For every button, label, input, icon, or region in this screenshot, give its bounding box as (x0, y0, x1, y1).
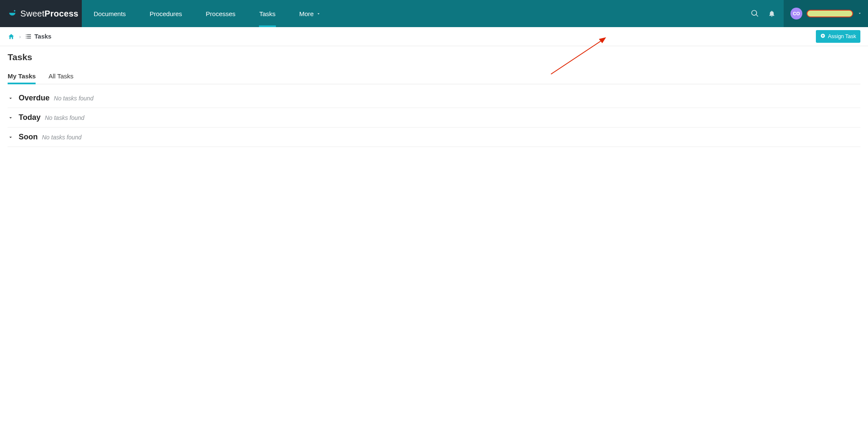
chevron-down-icon (8, 95, 14, 101)
nav-links: Documents Procedures Processes Tasks Mor… (82, 0, 333, 27)
section-empty-text: No tasks found (54, 95, 93, 102)
nav-right: CO (746, 0, 868, 27)
chevron-down-icon (8, 115, 14, 121)
section-title: Today (19, 113, 41, 122)
breadcrumb-current: Tasks (34, 33, 51, 40)
section-title: Soon (19, 133, 38, 141)
user-menu[interactable]: CO (784, 0, 868, 27)
breadcrumb: › Tasks Assign Task (0, 27, 868, 46)
tab-all-tasks[interactable]: All Tasks (48, 70, 73, 84)
nav-tasks[interactable]: Tasks (248, 0, 287, 27)
breadcrumb-separator: › (19, 33, 21, 40)
tab-my-tasks[interactable]: My Tasks (8, 70, 36, 84)
search-icon[interactable] (746, 5, 763, 22)
user-name-redacted (807, 10, 853, 17)
logo-icon (8, 9, 17, 18)
avatar: CO (790, 8, 802, 19)
bell-icon[interactable] (763, 5, 780, 22)
nav-documents[interactable]: Documents (82, 0, 138, 27)
logo-text: SweetProcess (20, 9, 78, 19)
page-title: Tasks (8, 52, 860, 62)
tasks-list-icon (25, 33, 32, 40)
logo[interactable]: SweetProcess (0, 0, 82, 27)
chevron-down-icon (316, 10, 321, 17)
section-overdue[interactable]: Overdue No tasks found (8, 89, 860, 108)
assign-task-button[interactable]: Assign Task (816, 30, 860, 43)
plus-circle-icon (820, 33, 826, 40)
chevron-down-icon (8, 134, 14, 140)
section-today[interactable]: Today No tasks found (8, 108, 860, 128)
tabs: My Tasks All Tasks (8, 70, 860, 84)
section-title: Overdue (19, 94, 50, 103)
section-empty-text: No tasks found (45, 114, 84, 121)
nav-procedures[interactable]: Procedures (138, 0, 194, 27)
page-body: Tasks My Tasks All Tasks Overdue No task… (0, 46, 868, 153)
home-icon[interactable] (8, 33, 15, 40)
section-empty-text: No tasks found (42, 134, 81, 141)
nav-processes[interactable]: Processes (194, 0, 248, 27)
chevron-down-icon (857, 10, 862, 17)
task-sections: Overdue No tasks found Today No tasks fo… (8, 89, 860, 147)
section-soon[interactable]: Soon No tasks found (8, 128, 860, 147)
top-nav: SweetProcess Documents Procedures Proces… (0, 0, 868, 27)
nav-more[interactable]: More (287, 0, 333, 27)
